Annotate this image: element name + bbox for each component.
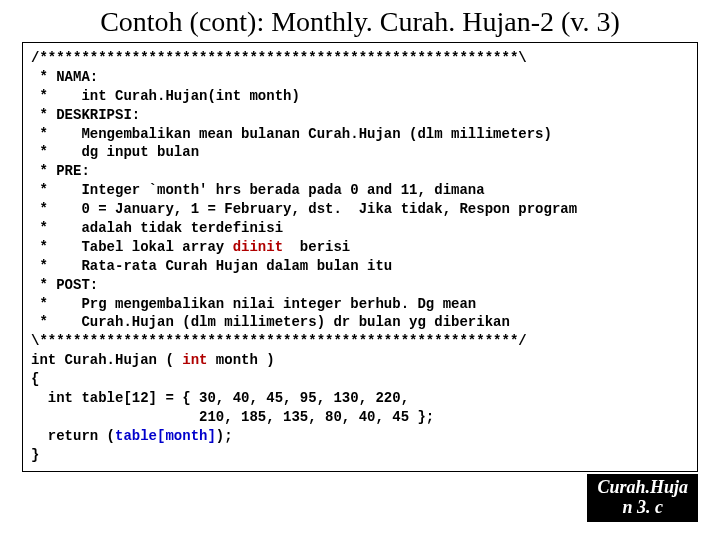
- code-line: * NAMA:: [31, 69, 98, 85]
- code-line: * int Curah.Hujan(int month): [31, 88, 300, 104]
- code-line: {: [31, 371, 39, 387]
- keyword-diinit: diinit: [233, 239, 283, 255]
- code-line: * Rata-rata Curah Hujan dalam bulan itu: [31, 258, 392, 274]
- code-line: 210, 185, 135, 80, 40, 45 };: [31, 409, 434, 425]
- code-line: * PRE:: [31, 163, 90, 179]
- badge-line: n 3. c: [597, 498, 688, 518]
- slide-title: Contoh (cont): Monthly. Curah. Hujan-2 (…: [0, 0, 720, 42]
- code-line: int table[12] = { 30, 40, 45, 95, 130, 2…: [31, 390, 409, 406]
- code-line: * Curah.Hujan (dlm millimeters) dr bulan…: [31, 314, 510, 330]
- code-line: * adalah tidak terdefinisi: [31, 220, 283, 236]
- code-line: * Tabel lokal array diinit berisi: [31, 239, 350, 255]
- code-line: * Integer `month' hrs berada pada 0 and …: [31, 182, 485, 198]
- code-block: /***************************************…: [22, 42, 698, 472]
- code-line: \***************************************…: [31, 333, 527, 349]
- code-line: * 0 = January, 1 = February, dst. Jika t…: [31, 201, 577, 217]
- code-line: }: [31, 447, 39, 463]
- code-line: * dg input bulan: [31, 144, 199, 160]
- code-line: int Curah.Hujan ( int month ): [31, 352, 275, 368]
- badge-line: Curah.Huja: [597, 478, 688, 498]
- filename-badge: Curah.Huja n 3. c: [587, 474, 698, 522]
- code-line: * Prg mengembalikan nilai integer berhub…: [31, 296, 476, 312]
- code-line: * POST:: [31, 277, 98, 293]
- slide: Contoh (cont): Monthly. Curah. Hujan-2 (…: [0, 0, 720, 540]
- expr-table-month: table[month]: [115, 428, 216, 444]
- code-line: return (table[month]);: [31, 428, 233, 444]
- code-line: /***************************************…: [31, 50, 527, 66]
- code-line: * Mengembalikan mean bulanan Curah.Hujan…: [31, 126, 552, 142]
- code-line: * DESKRIPSI:: [31, 107, 140, 123]
- keyword-int: int: [182, 352, 207, 368]
